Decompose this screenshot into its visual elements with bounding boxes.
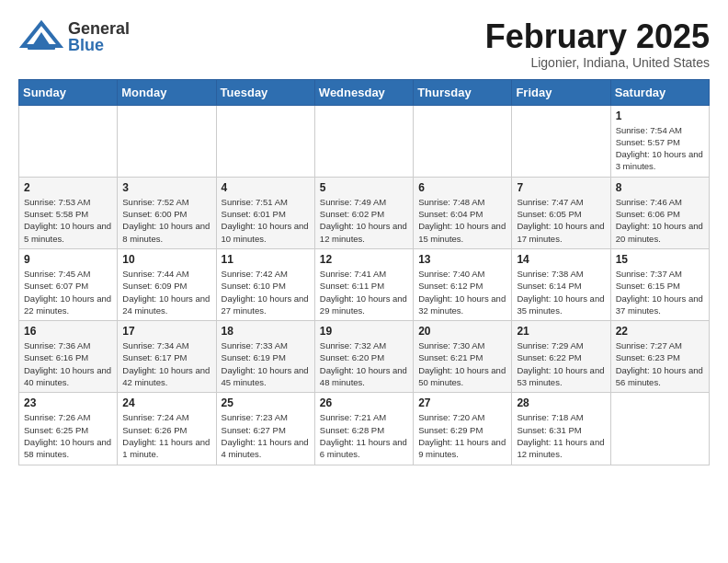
calendar-header-wednesday: Wednesday — [314, 79, 413, 105]
logo-blue-text: Blue — [68, 37, 130, 53]
day-number: 16 — [24, 325, 112, 338]
day-number: 2 — [24, 181, 112, 194]
calendar-cell — [512, 105, 610, 177]
day-number: 22 — [616, 325, 704, 338]
day-info: Sunrise: 7:53 AM Sunset: 5:58 PM Dayligh… — [24, 196, 112, 245]
day-info: Sunrise: 7:47 AM Sunset: 6:05 PM Dayligh… — [517, 196, 605, 245]
day-info: Sunrise: 7:40 AM Sunset: 6:12 PM Dayligh… — [418, 268, 506, 316]
logo-text: General Blue — [68, 20, 130, 53]
day-info: Sunrise: 7:41 AM Sunset: 6:11 PM Dayligh… — [320, 268, 408, 316]
calendar-header-saturday: Saturday — [610, 79, 709, 105]
calendar-cell: 15Sunrise: 7:37 AM Sunset: 6:15 PM Dayli… — [610, 248, 709, 320]
day-info: Sunrise: 7:20 AM Sunset: 6:29 PM Dayligh… — [418, 411, 506, 460]
day-number: 9 — [24, 253, 112, 266]
day-number: 1 — [616, 109, 704, 122]
day-info: Sunrise: 7:45 AM Sunset: 6:07 PM Dayligh… — [24, 268, 112, 316]
day-number: 4 — [222, 181, 310, 194]
calendar-table: SundayMondayTuesdayWednesdayThursdayFrid… — [18, 79, 710, 465]
calendar-cell — [610, 393, 709, 465]
calendar-week-row: 23Sunrise: 7:26 AM Sunset: 6:25 PM Dayli… — [19, 393, 710, 465]
calendar-cell — [314, 105, 413, 177]
day-info: Sunrise: 7:54 AM Sunset: 5:57 PM Dayligh… — [616, 124, 704, 173]
calendar-cell: 27Sunrise: 7:20 AM Sunset: 6:29 PM Dayli… — [414, 393, 512, 465]
day-number: 25 — [222, 396, 310, 409]
day-number: 23 — [24, 396, 112, 409]
calendar-cell — [414, 105, 512, 177]
logo: General Blue — [18, 18, 130, 55]
calendar-cell: 28Sunrise: 7:18 AM Sunset: 6:31 PM Dayli… — [512, 393, 610, 465]
day-info: Sunrise: 7:34 AM Sunset: 6:17 PM Dayligh… — [122, 339, 210, 388]
calendar-cell: 20Sunrise: 7:30 AM Sunset: 6:21 PM Dayli… — [414, 321, 512, 393]
day-info: Sunrise: 7:30 AM Sunset: 6:21 PM Dayligh… — [418, 339, 506, 388]
logo-general-text: General — [68, 20, 130, 37]
day-info: Sunrise: 7:49 AM Sunset: 6:02 PM Dayligh… — [320, 196, 408, 245]
calendar-cell: 23Sunrise: 7:26 AM Sunset: 6:25 PM Dayli… — [19, 393, 118, 465]
calendar-header-row: SundayMondayTuesdayWednesdayThursdayFrid… — [19, 79, 710, 105]
calendar-header-thursday: Thursday — [414, 79, 512, 105]
day-info: Sunrise: 7:26 AM Sunset: 6:25 PM Dayligh… — [24, 411, 112, 460]
day-info: Sunrise: 7:36 AM Sunset: 6:16 PM Dayligh… — [24, 339, 112, 388]
day-number: 21 — [517, 325, 605, 338]
day-info: Sunrise: 7:23 AM Sunset: 6:27 PM Dayligh… — [222, 411, 310, 460]
calendar-cell: 13Sunrise: 7:40 AM Sunset: 6:12 PM Dayli… — [414, 248, 512, 320]
logo-icon — [18, 18, 64, 55]
calendar-cell: 25Sunrise: 7:23 AM Sunset: 6:27 PM Dayli… — [216, 393, 314, 465]
day-number: 10 — [122, 253, 210, 266]
day-info: Sunrise: 7:32 AM Sunset: 6:20 PM Dayligh… — [320, 339, 408, 388]
day-info: Sunrise: 7:44 AM Sunset: 6:09 PM Dayligh… — [122, 268, 210, 316]
calendar-cell: 4Sunrise: 7:51 AM Sunset: 6:01 PM Daylig… — [216, 177, 314, 248]
calendar-cell: 18Sunrise: 7:33 AM Sunset: 6:19 PM Dayli… — [216, 321, 314, 393]
calendar-cell — [19, 105, 118, 177]
day-info: Sunrise: 7:42 AM Sunset: 6:10 PM Dayligh… — [222, 268, 310, 316]
location-text: Ligonier, Indiana, United States — [485, 55, 710, 70]
day-number: 15 — [616, 253, 704, 266]
calendar-cell: 22Sunrise: 7:27 AM Sunset: 6:23 PM Dayli… — [610, 321, 709, 393]
calendar-cell: 6Sunrise: 7:48 AM Sunset: 6:04 PM Daylig… — [414, 177, 512, 248]
calendar-header-tuesday: Tuesday — [216, 79, 314, 105]
calendar-header-sunday: Sunday — [19, 79, 118, 105]
calendar-cell: 12Sunrise: 7:41 AM Sunset: 6:11 PM Dayli… — [314, 248, 413, 320]
calendar-cell: 2Sunrise: 7:53 AM Sunset: 5:58 PM Daylig… — [19, 177, 118, 248]
day-info: Sunrise: 7:33 AM Sunset: 6:19 PM Dayligh… — [222, 339, 310, 388]
title-block: February 2025 Ligonier, Indiana, United … — [485, 18, 710, 70]
day-info: Sunrise: 7:48 AM Sunset: 6:04 PM Dayligh… — [418, 196, 506, 245]
calendar-cell: 19Sunrise: 7:32 AM Sunset: 6:20 PM Dayli… — [314, 321, 413, 393]
day-number: 27 — [418, 396, 506, 409]
day-info: Sunrise: 7:38 AM Sunset: 6:14 PM Dayligh… — [517, 268, 605, 316]
day-number: 26 — [320, 396, 408, 409]
day-number: 5 — [320, 181, 408, 194]
calendar-cell — [216, 105, 314, 177]
calendar-cell: 21Sunrise: 7:29 AM Sunset: 6:22 PM Dayli… — [512, 321, 610, 393]
calendar-week-row: 1Sunrise: 7:54 AM Sunset: 5:57 PM Daylig… — [19, 105, 710, 177]
calendar-cell: 11Sunrise: 7:42 AM Sunset: 6:10 PM Dayli… — [216, 248, 314, 320]
calendar-week-row: 2Sunrise: 7:53 AM Sunset: 5:58 PM Daylig… — [19, 177, 710, 248]
page-header: General Blue February 2025 Ligonier, Ind… — [18, 18, 710, 70]
day-number: 14 — [517, 253, 605, 266]
svg-rect-2 — [28, 46, 55, 50]
day-number: 11 — [222, 253, 310, 266]
calendar-week-row: 9Sunrise: 7:45 AM Sunset: 6:07 PM Daylig… — [19, 248, 710, 320]
calendar-cell: 3Sunrise: 7:52 AM Sunset: 6:00 PM Daylig… — [118, 177, 216, 248]
calendar-header-friday: Friday — [512, 79, 610, 105]
calendar-cell: 17Sunrise: 7:34 AM Sunset: 6:17 PM Dayli… — [118, 321, 216, 393]
day-number: 12 — [320, 253, 408, 266]
day-info: Sunrise: 7:51 AM Sunset: 6:01 PM Dayligh… — [222, 196, 310, 245]
day-number: 7 — [517, 181, 605, 194]
day-info: Sunrise: 7:52 AM Sunset: 6:00 PM Dayligh… — [122, 196, 210, 245]
day-number: 13 — [418, 253, 506, 266]
calendar-cell: 14Sunrise: 7:38 AM Sunset: 6:14 PM Dayli… — [512, 248, 610, 320]
calendar-cell — [118, 105, 216, 177]
calendar-cell: 16Sunrise: 7:36 AM Sunset: 6:16 PM Dayli… — [19, 321, 118, 393]
calendar-cell: 1Sunrise: 7:54 AM Sunset: 5:57 PM Daylig… — [610, 105, 709, 177]
day-number: 24 — [122, 396, 210, 409]
day-info: Sunrise: 7:24 AM Sunset: 6:26 PM Dayligh… — [122, 411, 210, 460]
day-number: 20 — [418, 325, 506, 338]
day-info: Sunrise: 7:46 AM Sunset: 6:06 PM Dayligh… — [616, 196, 704, 245]
day-number: 28 — [517, 396, 605, 409]
calendar-cell: 26Sunrise: 7:21 AM Sunset: 6:28 PM Dayli… — [314, 393, 413, 465]
day-info: Sunrise: 7:29 AM Sunset: 6:22 PM Dayligh… — [517, 339, 605, 388]
day-number: 17 — [122, 325, 210, 338]
calendar-cell: 9Sunrise: 7:45 AM Sunset: 6:07 PM Daylig… — [19, 248, 118, 320]
calendar-week-row: 16Sunrise: 7:36 AM Sunset: 6:16 PM Dayli… — [19, 321, 710, 393]
svg-marker-1 — [32, 32, 51, 46]
